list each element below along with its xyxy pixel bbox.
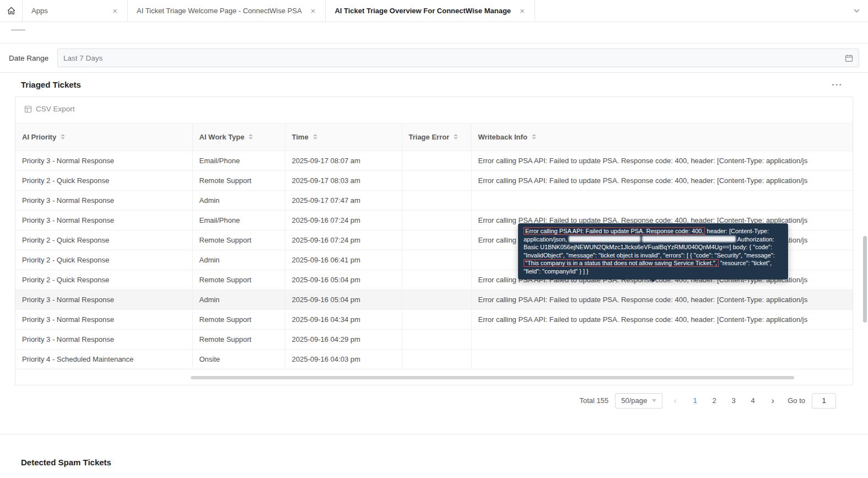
pagination-page-1[interactable]: 1 <box>688 393 702 409</box>
table-row[interactable]: Priority 3 - Normal ResponseAdmin2025-09… <box>15 190 853 210</box>
tooltip-highlighted-text: "This company is in a status that does n… <box>524 259 719 267</box>
cell-ai-work-type: Email/Phone <box>192 210 285 230</box>
cell-writeback-info: Error calling PSA API: Failed to update … <box>471 289 853 309</box>
column-title: Writeback Info <box>478 133 527 141</box>
date-range-picker[interactable] <box>57 49 859 67</box>
pagination-page-2[interactable]: 2 <box>707 393 721 409</box>
cell-time: 2025-09-16 04:03 pm <box>285 349 402 369</box>
tab-apps[interactable]: Apps× <box>22 0 128 22</box>
column-header-time[interactable]: Time <box>285 123 402 151</box>
table-row[interactable]: Priority 4 - Scheduled MaintenanceOnsite… <box>15 349 853 369</box>
cell-time: 2025-09-17 08:07 am <box>285 151 402 170</box>
cell-ai-work-type: Onsite <box>192 349 285 369</box>
sort-icon[interactable] <box>454 134 458 139</box>
cell-writeback-info: Error calling PSA API: Failed to update … <box>471 170 853 190</box>
cell-ai-work-type: Admin <box>192 250 285 270</box>
cell-writeback-info: Error calling PSA API: Failed to update … <box>471 151 853 170</box>
csv-file-icon <box>24 105 32 113</box>
cell-writeback-info <box>471 349 853 369</box>
column-header-ai-priority[interactable]: AI Priority <box>15 123 192 151</box>
date-range-filter: Date Range <box>0 44 868 72</box>
vertical-scrollbar-thumb[interactable] <box>863 236 867 323</box>
sort-icon[interactable] <box>313 134 317 139</box>
column-header-ai-work-type[interactable]: AI Work Type <box>192 123 285 151</box>
column-title: AI Work Type <box>200 133 245 141</box>
sort-icon[interactable] <box>61 134 65 139</box>
cell-triage-error <box>402 329 471 349</box>
cell-triage-error <box>402 170 471 190</box>
chevron-down-icon <box>652 399 656 402</box>
tabbar-dropdown-button[interactable] <box>845 0 868 22</box>
tab-ai-ticket-triage-welcome-page-connectwis[interactable]: AI Ticket Triage Welcome Page - ConnectW… <box>128 0 326 22</box>
table-row[interactable]: Priority 3 - Normal ResponseEmail/Phone2… <box>15 151 853 170</box>
table-toolbar: CSV Export <box>15 97 853 123</box>
goto-page-input[interactable] <box>812 393 836 409</box>
chevron-down-icon <box>853 7 860 14</box>
more-options-icon[interactable]: ··· <box>832 80 843 89</box>
tab-close-icon[interactable]: × <box>310 6 317 16</box>
cell-triage-error <box>402 349 471 369</box>
divider <box>0 434 868 434</box>
sort-icon[interactable] <box>532 134 536 139</box>
home-icon <box>7 6 16 15</box>
cell-triage-error <box>402 250 471 270</box>
section-title: Triaged Tickets <box>21 80 81 89</box>
tab-label: Apps <box>31 7 48 15</box>
cell-time: 2025-09-16 07:24 pm <box>285 230 402 250</box>
panel-drag-handle[interactable] <box>11 29 25 31</box>
column-header-triage-error[interactable]: Triage Error <box>402 123 471 151</box>
tooltip-highlighted-text: Error calling PSA API: Failed to update … <box>524 227 705 235</box>
cell-time: 2025-09-17 08:03 am <box>285 170 402 190</box>
tab-label: AI Ticket Triage Overview For ConnectWis… <box>335 7 511 15</box>
cell-triage-error <box>402 289 471 309</box>
cell-triage-error <box>402 270 471 289</box>
triaged-header-row: AI PriorityAI Work TypeTimeTriage ErrorW… <box>15 123 853 151</box>
cell-ai-priority: Priority 3 - Normal Response <box>15 210 192 230</box>
calendar-icon[interactable] <box>845 54 853 62</box>
cell-ai-priority: Priority 2 - Quick Response <box>15 270 192 289</box>
pagination-page-3[interactable]: 3 <box>726 393 741 409</box>
table-row[interactable]: Priority 3 - Normal ResponseRemote Suppo… <box>15 309 853 329</box>
csv-export-label: CSV Export <box>36 105 75 113</box>
horizontal-scrollbar-thumb[interactable] <box>191 376 794 379</box>
writeback-error-tooltip: Error calling PSA API: Failed to update … <box>518 223 788 280</box>
redacted-block <box>569 236 640 242</box>
cell-ai-priority: Priority 3 - Normal Response <box>15 309 192 329</box>
pagination-total: Total 155 <box>579 396 608 405</box>
column-header-writeback-info[interactable]: Writeback Info <box>471 123 853 151</box>
cell-triage-error <box>402 190 471 210</box>
tab-close-icon[interactable]: × <box>111 6 118 16</box>
date-range-label: Date Range <box>9 54 48 62</box>
pagination-next-button[interactable]: › <box>767 396 779 405</box>
table-row[interactable]: Priority 3 - Normal ResponseAdmin2025-09… <box>15 289 853 309</box>
home-button[interactable] <box>0 0 22 22</box>
horizontal-scrollbar <box>21 376 847 379</box>
tab-ai-ticket-triage-overview-for-connectwis[interactable]: AI Ticket Triage Overview For ConnectWis… <box>326 0 535 22</box>
tab-close-icon[interactable]: × <box>519 6 526 16</box>
cell-triage-error <box>402 210 471 230</box>
cell-time: 2025-09-16 04:34 pm <box>285 309 402 329</box>
column-title: Triage Error <box>409 133 450 141</box>
table-row[interactable]: Priority 3 - Normal ResponseRemote Suppo… <box>15 329 853 349</box>
tooltip-content: Error calling PSA API: Failed to update … <box>524 227 783 276</box>
cell-writeback-info <box>471 329 853 349</box>
spam-section-title: Detected Spam Tickets <box>21 458 868 467</box>
cell-triage-error <box>402 309 471 329</box>
tab-bar: Apps×AI Ticket Triage Welcome Page - Con… <box>0 0 868 22</box>
cell-ai-work-type: Admin <box>192 190 285 210</box>
sort-icon[interactable] <box>249 134 253 139</box>
cell-ai-priority: Priority 3 - Normal Response <box>15 329 192 349</box>
pagination-page-4[interactable]: 4 <box>746 393 760 409</box>
table-row[interactable]: Priority 2 - Quick ResponseRemote Suppor… <box>15 170 853 190</box>
csv-export-button[interactable]: CSV Export <box>24 105 75 113</box>
column-title: Time <box>292 133 309 141</box>
page-size-select[interactable]: 50/page <box>615 393 662 409</box>
date-range-input[interactable] <box>63 54 845 62</box>
pagination-prev-button[interactable]: ‹ <box>669 396 681 405</box>
cell-time: 2025-09-17 07:47 am <box>285 190 402 210</box>
cell-ai-work-type: Email/Phone <box>192 151 285 170</box>
cell-ai-work-type: Remote Support <box>192 170 285 190</box>
redacted-block <box>642 236 736 242</box>
clipped-row-gap <box>15 369 853 373</box>
pagination: Total 155 50/page ‹ 1234 › Go to <box>0 393 836 409</box>
